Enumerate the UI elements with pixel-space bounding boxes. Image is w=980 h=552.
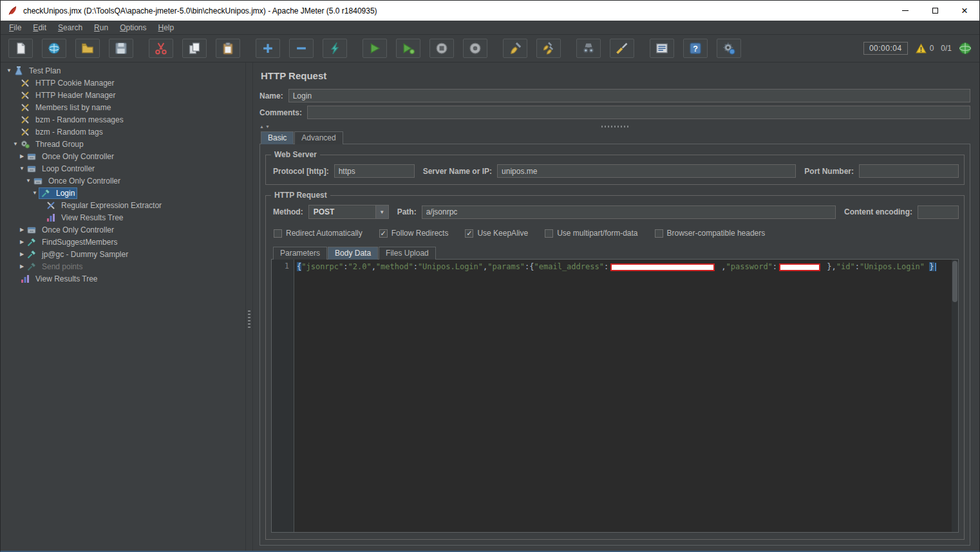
open-file-button[interactable] xyxy=(75,39,100,58)
help-button[interactable]: ? xyxy=(683,39,708,58)
body-data-editor[interactable]: 1 {"jsonrpc":"2.0","method":"Unipos.Logi… xyxy=(271,259,959,533)
clear-all-button[interactable] xyxy=(536,39,561,58)
web-server-group-title: Web Server xyxy=(271,150,320,159)
new-file-button[interactable] xyxy=(8,39,33,58)
function-helper-button[interactable] xyxy=(650,39,674,58)
tree-item-http-cookie-manager[interactable]: HTTP Cookie Manager xyxy=(1,77,245,89)
tree-item-login[interactable]: Login xyxy=(1,187,245,199)
tree-item-thread-group[interactable]: Thread Group xyxy=(1,138,245,150)
menu-edit[interactable]: Edit xyxy=(27,22,52,33)
stop-button[interactable] xyxy=(429,39,454,58)
comments-input[interactable] xyxy=(307,106,970,119)
tree-item-once-only-controller[interactable]: Once Only Controller xyxy=(1,224,245,236)
chevron-down-icon[interactable] xyxy=(375,205,388,218)
templates-button[interactable] xyxy=(42,39,66,58)
tab-files-upload[interactable]: Files Upload xyxy=(379,247,436,260)
expand-all-button[interactable] xyxy=(256,39,280,58)
collapse-node-icon[interactable] xyxy=(11,138,20,150)
expand-node-icon[interactable] xyxy=(17,236,26,248)
protocol-input[interactable] xyxy=(334,164,415,178)
unchecked-checkbox-icon[interactable] xyxy=(545,229,553,238)
tree-item-view-results-tree[interactable]: View Results Tree xyxy=(1,211,245,224)
tab-advanced[interactable]: Advanced xyxy=(294,131,343,144)
tree-item-jp-gc-dummy-sampler[interactable]: jp@gc - Dummy Sampler xyxy=(1,248,245,260)
shutdown-button[interactable] xyxy=(463,39,487,58)
tree-item-findsuggestmembers[interactable]: FindSuggestMembers xyxy=(1,236,245,248)
server-name-input[interactable] xyxy=(497,164,796,178)
save-button[interactable] xyxy=(109,39,133,58)
copy-button[interactable] xyxy=(182,39,207,58)
toggle-button[interactable] xyxy=(323,39,347,58)
tree-item-label: View Results Tree xyxy=(59,213,126,223)
collapse-node-icon[interactable] xyxy=(5,64,14,77)
tree-item-loop-controller[interactable]: Loop Controller xyxy=(1,162,245,175)
path-input[interactable] xyxy=(422,205,836,219)
checkbox-use-keepalive[interactable]: Use KeepAlive xyxy=(465,229,528,238)
tree-main-splitter[interactable] xyxy=(245,62,253,551)
close-button[interactable] xyxy=(950,1,979,21)
editor-scrollbar[interactable] xyxy=(952,260,958,532)
paste-button[interactable] xyxy=(216,39,240,58)
name-input[interactable] xyxy=(288,89,970,102)
content-encoding-input[interactable] xyxy=(918,205,959,219)
start-no-pauses-button[interactable] xyxy=(396,39,420,58)
tree-item-bzm-random-tags[interactable]: bzm - Random tags xyxy=(1,126,245,138)
tab-body-data[interactable]: Body Data xyxy=(328,247,378,260)
checked-checkbox-icon[interactable] xyxy=(379,229,388,238)
minimize-button[interactable] xyxy=(890,1,920,21)
tree-item-http-header-manager[interactable]: HTTP Header Manager xyxy=(1,89,245,101)
tree-item-once-only-controller[interactable]: Once Only Controller xyxy=(1,175,245,187)
window-title: checkUnipos.jmx (D:\ToolsQA\apache-jmete… xyxy=(23,6,377,15)
unchecked-checkbox-icon[interactable] xyxy=(655,229,663,238)
checkbox-use-multipart-form-data[interactable]: Use multipart/form-data xyxy=(545,229,637,238)
expand-node-icon[interactable] xyxy=(17,260,26,272)
tree-item-view-results-tree[interactable]: View Results Tree xyxy=(1,272,245,285)
collapse-node-icon[interactable] xyxy=(17,162,26,175)
tree-item-send-points[interactable]: Send points xyxy=(1,260,245,272)
json-string: "email_address" xyxy=(534,262,604,271)
collapse-node-icon[interactable] xyxy=(24,175,33,187)
collapse-up-icon[interactable] xyxy=(259,124,264,129)
checkbox-redirect-automatically[interactable]: Redirect Automatically xyxy=(274,229,363,238)
checked-checkbox-icon[interactable] xyxy=(465,229,473,238)
tab-basic[interactable]: Basic xyxy=(261,131,294,144)
search-button[interactable] xyxy=(576,39,601,58)
expand-node-icon[interactable] xyxy=(17,248,26,260)
menu-run[interactable]: Run xyxy=(88,22,114,33)
tree-item-regular-expression-extractor[interactable]: Regular Expression Extractor xyxy=(1,199,245,211)
options-gear-button[interactable] xyxy=(717,39,741,58)
menu-search[interactable]: Search xyxy=(52,22,88,33)
unchecked-checkbox-icon[interactable] xyxy=(274,229,282,238)
form-splitter[interactable] xyxy=(259,123,970,129)
tree-item-members-list-by-name[interactable]: Members list by name xyxy=(1,101,245,113)
json-string: "2.0" xyxy=(348,262,372,271)
collapse-node-icon[interactable] xyxy=(30,187,39,199)
clear-button[interactable] xyxy=(503,39,527,58)
start-button[interactable] xyxy=(363,39,387,58)
search-reset-button[interactable] xyxy=(610,39,634,58)
tree-item-bzm-random-messages[interactable]: bzm - Random messages xyxy=(1,113,245,126)
clear-icon xyxy=(509,42,522,55)
method-select[interactable]: POST xyxy=(308,205,389,219)
collapse-down-icon[interactable] xyxy=(265,124,270,129)
cut-button[interactable] xyxy=(149,39,173,58)
tree-item-once-only-controller[interactable]: Once Only Controller xyxy=(1,150,245,162)
collapse-all-button[interactable] xyxy=(289,39,314,58)
checkbox-browser-compatible-headers[interactable]: Browser-compatible headers xyxy=(655,229,766,238)
active-threads-count: 0/1 xyxy=(941,44,952,53)
menu-file[interactable]: File xyxy=(3,22,27,33)
checkbox-follow-redirects[interactable]: Follow Redirects xyxy=(379,229,449,238)
tree-item-label: FindSuggestMembers xyxy=(40,237,119,247)
expand-node-icon[interactable] xyxy=(17,224,26,236)
menu-help[interactable]: Help xyxy=(153,22,180,33)
text-caret xyxy=(935,263,936,271)
expand-node-icon[interactable] xyxy=(17,150,26,162)
menu-options[interactable]: Options xyxy=(114,22,152,33)
tab-parameters[interactable]: Parameters xyxy=(273,247,327,260)
tree-item-test-plan[interactable]: Test Plan xyxy=(1,64,245,77)
port-number-input[interactable] xyxy=(859,164,959,178)
log-errors-indicator[interactable]: 0 xyxy=(915,43,934,54)
code-area[interactable]: {"jsonrpc":"2.0","method":"Unipos.Login"… xyxy=(294,260,958,532)
scrollbar-thumb[interactable] xyxy=(952,261,957,302)
maximize-button[interactable] xyxy=(920,1,950,21)
